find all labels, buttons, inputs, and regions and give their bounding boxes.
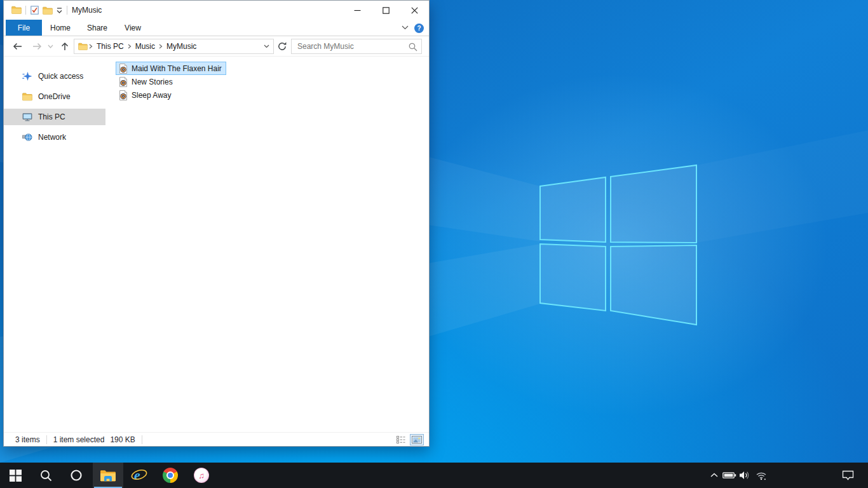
help-icon: ? xyxy=(417,25,421,32)
window-folder-icon xyxy=(11,6,22,14)
minimize-button[interactable] xyxy=(343,1,372,20)
back-button[interactable] xyxy=(12,41,23,51)
music-file-icon xyxy=(118,64,128,74)
window-title: MyMusic xyxy=(72,1,102,20)
refresh-button[interactable] xyxy=(277,41,287,51)
breadcrumb-music[interactable]: Music xyxy=(133,42,158,51)
view-switcher xyxy=(394,434,424,445)
taskbar-file-explorer-button[interactable] xyxy=(93,463,123,488)
sidebar-item-label: OneDrive xyxy=(38,92,71,101)
sidebar-item-this-pc[interactable]: This PC xyxy=(4,109,105,125)
tab-view-label: View xyxy=(125,24,141,32)
file-item-maid-with-the-flaxen-hair[interactable]: Maid With The Flaxen Hair xyxy=(116,62,226,75)
tab-file-label: File xyxy=(18,24,30,32)
internet-explorer-icon: e xyxy=(130,466,148,484)
status-separator xyxy=(142,435,142,444)
breadcrumb-this-pc[interactable]: This PC xyxy=(94,42,126,51)
tab-view[interactable]: View xyxy=(116,20,150,36)
sidebar-item-label: Network xyxy=(38,133,66,142)
forward-button[interactable] xyxy=(32,41,43,51)
file-name: New Stories xyxy=(132,78,173,86)
wifi-tray-button[interactable] xyxy=(754,463,769,488)
qat-separator xyxy=(25,6,26,15)
taskbar: e ♫ xyxy=(0,463,868,488)
tab-home[interactable]: Home xyxy=(42,20,79,36)
tab-home-label: Home xyxy=(50,24,71,32)
sidebar-item-quick-access[interactable]: Quick access xyxy=(4,68,105,85)
title-bar[interactable]: MyMusic xyxy=(4,1,429,20)
music-file-icon xyxy=(118,77,128,87)
expand-ribbon-chevron-icon[interactable] xyxy=(402,25,409,30)
search-icon[interactable] xyxy=(409,43,417,51)
cortana-button[interactable] xyxy=(61,463,92,488)
svg-text:e: e xyxy=(134,467,140,483)
qat-separator xyxy=(67,6,67,15)
status-item-count: 3 items xyxy=(15,435,40,444)
file-item-new-stories[interactable]: New Stories xyxy=(116,75,177,88)
breadcrumb-mymusic[interactable]: MyMusic xyxy=(164,42,199,51)
customize-quick-access-toolbar-icon[interactable] xyxy=(56,7,63,14)
large-icons-view-icon xyxy=(412,436,422,444)
network-globe-icon xyxy=(22,132,32,142)
cortana-ring-icon xyxy=(70,469,83,482)
start-button[interactable] xyxy=(0,463,31,488)
sidebar-item-network[interactable]: Network xyxy=(4,129,105,146)
quick-access-star-icon xyxy=(22,71,32,81)
this-pc-monitor-icon xyxy=(22,112,32,122)
chrome-icon-center xyxy=(168,473,173,478)
windows-logo-icon xyxy=(10,470,22,482)
battery-tray-button[interactable] xyxy=(722,463,737,488)
taskbar-search-button[interactable] xyxy=(31,463,61,488)
help-button[interactable]: ? xyxy=(414,24,424,33)
file-name: Maid With The Flaxen Hair xyxy=(132,64,222,73)
breadcrumb-separator-icon xyxy=(89,44,93,49)
file-name: Sleep Away xyxy=(132,91,172,100)
address-folder-icon xyxy=(78,43,88,50)
minimize-icon xyxy=(354,7,361,14)
search-input[interactable] xyxy=(292,39,421,53)
tab-share-label: Share xyxy=(87,24,107,32)
file-explorer-window: MyMusic xyxy=(3,0,430,447)
breadcrumb-separator-icon xyxy=(159,44,163,49)
search-icon xyxy=(40,470,52,482)
status-selection-size: 190 KB xyxy=(110,435,135,444)
volume-tray-button[interactable] xyxy=(737,463,752,488)
address-bar[interactable]: This PC Music MyMusic xyxy=(74,39,274,54)
taskbar-internet-explorer-button[interactable]: e xyxy=(124,463,154,488)
file-list: Maid With The Flaxen Hair New Stories xyxy=(105,57,429,431)
onedrive-folder-icon xyxy=(22,92,32,101)
hidden-icons-button[interactable] xyxy=(708,463,721,488)
taskbar-chrome-button[interactable] xyxy=(155,463,186,488)
maximize-button[interactable] xyxy=(372,1,400,20)
status-selection: 1 item selected xyxy=(53,435,105,444)
volume-icon xyxy=(739,470,750,480)
tab-share[interactable]: Share xyxy=(79,20,116,36)
address-dropdown-chevron-icon[interactable] xyxy=(260,44,273,48)
new-folder-icon[interactable] xyxy=(43,6,53,15)
wifi-icon xyxy=(756,471,767,480)
sidebar-item-onedrive[interactable]: OneDrive xyxy=(4,88,105,105)
file-item-sleep-away[interactable]: Sleep Away xyxy=(116,88,176,102)
properties-check-icon[interactable] xyxy=(31,6,39,15)
search-box[interactable] xyxy=(291,39,422,54)
close-button[interactable] xyxy=(400,1,429,20)
sidebar-item-label: This PC xyxy=(38,112,65,121)
battery-icon xyxy=(722,471,736,479)
file-explorer-icon xyxy=(100,469,116,482)
details-view-button[interactable] xyxy=(394,434,408,445)
itunes-note-glyph: ♫ xyxy=(198,471,205,480)
up-button[interactable] xyxy=(60,41,70,51)
navigation-pane: Quick access OneDrive This PC xyxy=(4,57,105,431)
maximize-icon xyxy=(383,7,390,14)
hidden-icons-chevron-icon xyxy=(710,473,718,478)
taskbar-itunes-button[interactable]: ♫ xyxy=(186,463,217,488)
recent-locations-chevron-icon[interactable] xyxy=(48,44,53,49)
navigation-bar: This PC Music MyMusic xyxy=(4,36,429,57)
action-center-button[interactable] xyxy=(840,463,855,488)
ribbon-tab-bar: File Home Share View ? xyxy=(4,20,429,36)
breadcrumb-separator-icon xyxy=(128,44,132,49)
status-separator xyxy=(46,435,47,444)
large-icons-view-button[interactable] xyxy=(410,434,424,445)
status-bar: 3 items 1 item selected 190 KB xyxy=(4,432,429,446)
tab-file[interactable]: File xyxy=(6,20,42,36)
